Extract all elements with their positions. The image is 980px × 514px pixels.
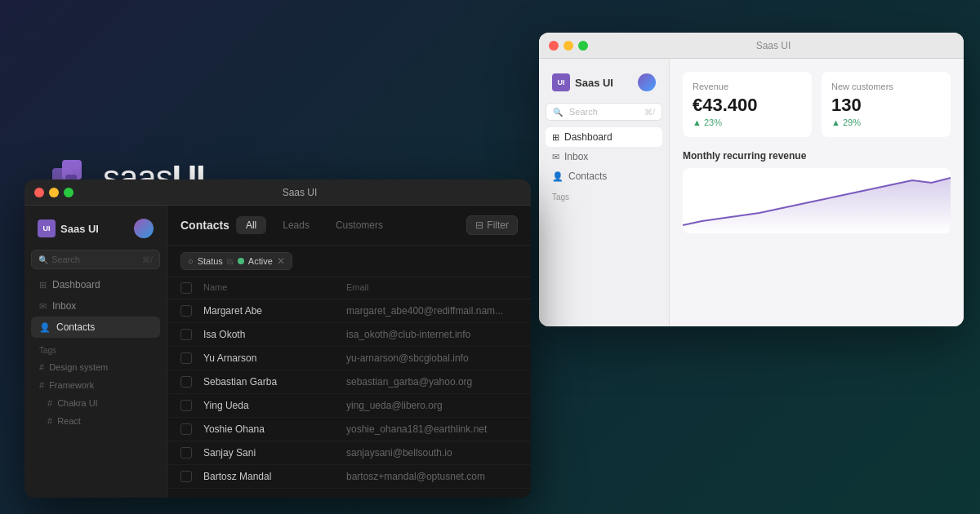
status-filter-row: ○ Status is Active ✕ — [167, 246, 531, 277]
front-search[interactable]: 🔍 Search ⌘/ — [31, 250, 160, 269]
front-dashboard-icon: ⊞ — [39, 280, 47, 290]
row-checkbox-0[interactable] — [180, 305, 192, 317]
front-tag-framework[interactable]: # Framework — [31, 376, 160, 394]
col-header-email: Email — [346, 282, 518, 294]
front-tag-react[interactable]: # React — [31, 412, 160, 430]
front-inbox-icon: ✉ — [39, 301, 47, 312]
filter-button[interactable]: ⊟ Filter — [466, 215, 518, 235]
table-row[interactable]: Margaret Abe margaret_abe400@rediffmail.… — [167, 299, 531, 323]
row-checkbox-5[interactable] — [180, 423, 192, 435]
contacts-icon: 👤 — [552, 171, 564, 182]
front-dot-green[interactable] — [64, 188, 74, 197]
row-checkbox-7[interactable] — [180, 471, 192, 482]
status-filter-pill: ○ Status is Active ✕ — [180, 252, 292, 270]
back-tags-label: Tags — [546, 186, 662, 205]
row-checkbox-4[interactable] — [180, 400, 192, 411]
tab-leads[interactable]: Leads — [273, 216, 319, 234]
front-brand: UI Saas UI — [38, 219, 99, 237]
back-user-avatar — [638, 73, 656, 91]
revenue-card: Revenue €43.400 ▲ 23% — [683, 72, 812, 137]
front-titlebar: Saas UI — [24, 179, 531, 206]
back-brand: UI Saas UI — [552, 73, 613, 91]
dot-yellow[interactable] — [564, 41, 573, 51]
front-nav-inbox[interactable]: ✉ Inbox — [31, 295, 160, 317]
front-dot-red[interactable] — [34, 188, 44, 197]
front-content: Contacts All All Leads Customers ⊟ Filte… — [167, 206, 531, 498]
front-window-body: UI Saas UI 🔍 Search ⌘/ ⊞ Dashboard ✉ Inb… — [24, 206, 531, 498]
front-nav-dashboard[interactable]: ⊞ Dashboard — [31, 274, 160, 295]
tab-all-active[interactable]: All — [236, 216, 266, 234]
back-window-body: UI Saas UI 🔍 Search ⌘/ ⊞ Dashboard ✉ Inb… — [539, 59, 964, 326]
tab-customers[interactable]: Customers — [326, 216, 393, 234]
front-window-title: Saas UI — [78, 187, 521, 198]
back-content: Revenue €43.400 ▲ 23% New customers 130 … — [670, 59, 964, 326]
front-window: Saas UI UI Saas UI 🔍 Search ⌘/ ⊞ Dashboa… — [24, 179, 531, 498]
front-nav-contacts[interactable]: 👤 Contacts — [31, 317, 160, 338]
back-nav-dashboard[interactable]: ⊞ Dashboard — [546, 127, 662, 147]
front-user-avatar — [134, 219, 154, 238]
table-row[interactable]: Isa Okoth isa_okoth@club-internet.info — [167, 323, 531, 347]
front-sidebar-header: UI Saas UI — [31, 215, 160, 241]
table-row[interactable]: Sanjay Sani sanjaysani@bellsouth.io — [167, 441, 531, 465]
col-header-name: Name — [203, 282, 346, 294]
back-titlebar: Saas UI — [539, 33, 964, 59]
front-sidebar: UI Saas UI 🔍 Search ⌘/ ⊞ Dashboard ✉ Inb… — [24, 206, 167, 498]
contacts-table: Name Email Margaret Abe margaret_abe400@… — [167, 277, 531, 489]
front-dot-yellow[interactable] — [49, 188, 59, 197]
active-status-dot — [238, 258, 244, 264]
filter-icon: ⊟ — [475, 219, 483, 231]
table-row[interactable]: Bartosz Mandal bartosz+mandal@optusnet.c… — [167, 465, 531, 489]
dot-red[interactable] — [549, 41, 559, 51]
table-header: Name Email — [167, 277, 531, 299]
status-filter-close[interactable]: ✕ — [277, 255, 285, 267]
back-brand-avatar: UI — [552, 73, 570, 91]
dot-green[interactable] — [578, 41, 588, 51]
table-row[interactable]: Yoshie Ohana yoshie_ohana181@earthlink.n… — [167, 418, 531, 441]
back-nav-inbox[interactable]: ✉ Inbox — [546, 147, 662, 166]
row-checkbox-3[interactable] — [180, 376, 192, 388]
row-checkbox-1[interactable] — [180, 329, 192, 340]
status-filter-circle: ○ — [188, 256, 194, 266]
table-row[interactable]: Sebastian Garba sebastian_garba@yahoo.or… — [167, 370, 531, 394]
contacts-title: Contacts — [180, 219, 229, 232]
front-tag-design[interactable]: # Design system — [31, 358, 160, 376]
table-row[interactable]: Ying Ueda ying_ueda@libero.org — [167, 394, 531, 418]
dashboard-icon: ⊞ — [552, 132, 559, 143]
mrr-chart — [683, 168, 951, 233]
inbox-icon: ✉ — [552, 152, 559, 162]
front-contacts-icon: 👤 — [39, 322, 51, 333]
back-sidebar: UI Saas UI 🔍 Search ⌘/ ⊞ Dashboard ✉ Inb… — [539, 59, 670, 326]
front-brand-avatar: UI — [38, 219, 56, 237]
back-sidebar-header: UI Saas UI — [546, 69, 662, 96]
back-search[interactable]: 🔍 Search ⌘/ — [546, 103, 662, 121]
back-window: Saas UI UI Saas UI 🔍 Search ⌘/ ⊞ Dashboa… — [539, 33, 964, 326]
header-checkbox[interactable] — [180, 282, 192, 294]
row-checkbox-6[interactable] — [180, 447, 192, 459]
contacts-header: Contacts All All Leads Customers ⊟ Filte… — [167, 206, 531, 246]
front-tags-label: Tags — [31, 338, 160, 358]
front-tag-chakra[interactable]: # Chakra UI — [31, 394, 160, 412]
back-window-title: Saas UI — [593, 40, 954, 51]
back-nav-contacts[interactable]: 👤 Contacts — [546, 166, 662, 186]
stats-row: Revenue €43.400 ▲ 23% New customers 130 … — [683, 72, 951, 137]
row-checkbox-2[interactable] — [180, 352, 192, 364]
new-customers-card: New customers 130 ▲ 29% — [822, 72, 951, 137]
table-row[interactable]: Yu Arnarson yu-arnarson@sbcglobal.info — [167, 347, 531, 370]
